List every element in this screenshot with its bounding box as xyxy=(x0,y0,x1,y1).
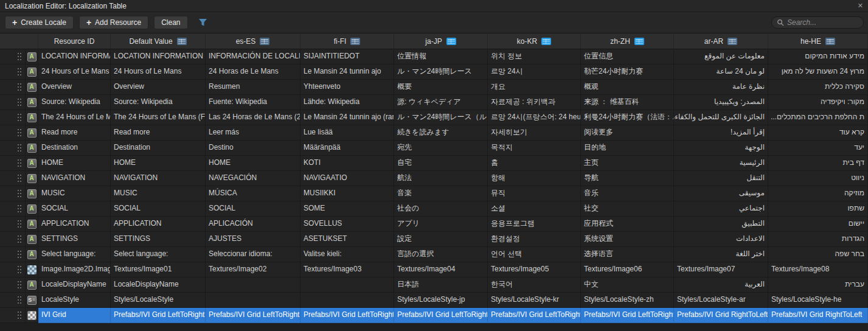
cell-fi-FI[interactable]: Määränpää xyxy=(300,141,394,156)
cell-ko-KR[interactable]: 환경설정 xyxy=(488,232,581,247)
cell-default-value[interactable]: LocaleDisplayName xyxy=(111,277,206,293)
cell-default-value[interactable]: Read more xyxy=(111,125,206,141)
column-header-fi-FI[interactable]: fi-FI xyxy=(300,33,394,49)
cell-default-value[interactable]: NAVIGATION xyxy=(111,171,206,186)
cell-he-HE[interactable]: יישום xyxy=(768,217,868,232)
add-resource-button[interactable]: + Add Resource xyxy=(79,16,148,29)
cell-ja-JP[interactable]: 自宅 xyxy=(394,156,488,171)
cell-default-value[interactable]: Styles/LocaleStyle xyxy=(111,293,206,308)
cell-ar-AR[interactable]: اجتماعي xyxy=(674,201,768,217)
cell-ko-KR[interactable]: 위치 정보 xyxy=(488,49,581,64)
cell-resource-id[interactable]: HOME xyxy=(38,156,111,171)
cell-ko-KR[interactable]: Textures/Image05 xyxy=(488,262,581,277)
cell-fi-FI[interactable]: Le Mansin 24 tunnin ajo xyxy=(300,64,394,80)
drag-handle[interactable] xyxy=(0,247,26,262)
cell-fi-FI[interactable]: Prefabs/IVI Grid LeftToRight xyxy=(300,308,394,323)
column-header-zh-ZH[interactable]: zh-ZH xyxy=(581,33,674,49)
cell-ja-JP[interactable]: 音楽 xyxy=(394,186,488,201)
cell-ja-JP[interactable]: 宛先 xyxy=(394,141,488,156)
cell-resource-id[interactable]: APPLICATION xyxy=(38,217,111,232)
cell-zh-ZH[interactable]: 利曼24小时耐力赛（法语：... xyxy=(581,110,674,125)
cell-ko-KR[interactable]: Styles/LocaleStyle-kr xyxy=(488,293,581,308)
table-row[interactable]: A24 Hours of Le Mans24 Hours of Le Mans2… xyxy=(0,64,868,80)
cell-es-ES[interactable]: Textures/Image02 xyxy=(206,262,300,277)
cell-default-value[interactable]: Select language: xyxy=(111,247,206,262)
drag-handle[interactable] xyxy=(0,125,26,141)
cell-es-ES[interactable]: HOME xyxy=(206,156,300,171)
column-header-resource-id[interactable]: Resource ID xyxy=(38,33,111,49)
cell-es-ES[interactable]: Prefabs/IVI Grid LeftToRight xyxy=(206,308,300,323)
cell-resource-id[interactable]: LocaleStyle xyxy=(38,293,111,308)
cell-fi-FI[interactable]: Textures/Image03 xyxy=(300,262,394,277)
cell-ar-AR[interactable]: اختر اللغة xyxy=(674,247,768,262)
cell-ko-KR[interactable]: 소셜 xyxy=(488,201,581,217)
drag-handle[interactable] xyxy=(0,293,26,308)
table-row[interactable]: ASOCIALSOCIALSOCIALSOME社会の소셜社交اجتماعيשתפ… xyxy=(0,201,868,217)
cell-he-HE[interactable]: מקור: ויקיפדיה xyxy=(768,95,868,110)
cell-ko-KR[interactable]: 개요 xyxy=(488,80,581,95)
cell-es-ES[interactable]: Seleccionar idioma: xyxy=(206,247,300,262)
cell-fi-FI[interactable]: NAVIGAATIO xyxy=(300,171,394,186)
cell-he-HE[interactable]: Styles/LocaleStyle-he xyxy=(768,293,868,308)
cell-es-ES[interactable]: MÚSICA xyxy=(206,186,300,201)
cell-ja-JP[interactable]: 位置情報 xyxy=(394,49,488,64)
cell-ja-JP[interactable]: ル・マン24時間レース xyxy=(394,64,488,80)
cell-zh-ZH[interactable]: 导航 xyxy=(581,171,674,186)
cell-ja-JP[interactable]: 源: ウィキペディア xyxy=(394,95,488,110)
cell-resource-id[interactable]: IVI Grid xyxy=(38,308,111,323)
cell-zh-ZH[interactable]: Prefabs/IVI Grid LeftToRight xyxy=(581,308,674,323)
table-row[interactable]: AOverviewOverviewResumenYhteenveto概要개요概观… xyxy=(0,80,868,95)
cell-default-value[interactable]: 24 Hours of Le Mans xyxy=(111,64,206,80)
cell-ar-AR[interactable]: Prefabs/IVI Grid RightToLeft xyxy=(674,308,768,323)
cell-fi-FI[interactable]: Yhteenveto xyxy=(300,80,394,95)
cell-zh-ZH[interactable]: 系统设置 xyxy=(581,232,674,247)
cell-default-value[interactable]: Source: Wikipedia xyxy=(111,95,206,110)
cell-es-ES[interactable]: Destino xyxy=(206,141,300,156)
cell-resource-id[interactable]: The 24 Hours of Le Mans xyxy=(38,110,111,125)
cell-ja-JP[interactable]: 設定 xyxy=(394,232,488,247)
drag-handle[interactable] xyxy=(0,217,26,232)
cell-resource-id[interactable]: 24 Hours of Le Mans xyxy=(38,64,111,80)
cell-ar-AR[interactable]: الوجهة xyxy=(674,141,768,156)
drag-handle[interactable] xyxy=(0,141,26,156)
drag-handle[interactable] xyxy=(0,110,26,125)
cell-ja-JP[interactable]: 社会の xyxy=(394,201,488,217)
cell-ko-KR[interactable]: 한국어 xyxy=(488,277,581,293)
cell-es-ES[interactable]: 24 Horas de Le Mans xyxy=(206,64,300,80)
cell-es-ES[interactable]: Las 24 Horas de Le Mans (24... xyxy=(206,110,300,125)
cell-ko-KR[interactable]: 항해 xyxy=(488,171,581,186)
cell-fi-FI[interactable]: SIJAINTITIEDOT xyxy=(300,49,394,64)
column-header-es-ES[interactable]: es-ES xyxy=(206,33,300,49)
cell-fi-FI[interactable]: Lue lisää xyxy=(300,125,394,141)
column-header-he-HE[interactable]: he-HE xyxy=(768,33,868,49)
cell-he-HE[interactable]: מוזיקה xyxy=(768,186,868,201)
cell-ja-JP[interactable]: 日本語 xyxy=(394,277,488,293)
cell-fi-FI[interactable]: Le Mansin 24 tunnin ajo (ran... xyxy=(300,110,394,125)
cell-es-ES[interactable]: Fuente: Wikipedia xyxy=(206,95,300,110)
drag-handle[interactable] xyxy=(0,277,26,293)
cell-fi-FI[interactable]: Valitse kieli: xyxy=(300,247,394,262)
table-row[interactable]: ASETTINGSSETTINGSAJUSTESASETUKSET設定환경설정系… xyxy=(0,232,868,247)
cell-zh-ZH[interactable]: 目的地 xyxy=(581,141,674,156)
cell-fi-FI[interactable]: SOVELLUS xyxy=(300,217,394,232)
cell-ar-AR[interactable]: معلومات عن الموقع xyxy=(674,49,768,64)
cell-resource-id[interactable]: Image.Image2D.Image01 xyxy=(38,262,111,277)
cell-ar-AR[interactable]: التطبيق xyxy=(674,217,768,232)
cell-zh-ZH[interactable]: 来源 ： 维基百科 xyxy=(581,95,674,110)
cell-es-ES[interactable]: Resumen xyxy=(206,80,300,95)
cell-zh-ZH[interactable]: 音乐 xyxy=(581,186,674,201)
drag-handle[interactable] xyxy=(0,156,26,171)
table-row[interactable]: ANAVIGATIONNAVIGATIONNAVEGACIÓNNAVIGAATI… xyxy=(0,171,868,186)
cell-ko-KR[interactable]: 뮤직 xyxy=(488,186,581,201)
cell-ja-JP[interactable]: Styles/LocaleStyle-jp xyxy=(394,293,488,308)
cell-he-HE[interactable]: מידע אודות המיקום xyxy=(768,49,868,64)
drag-handle[interactable] xyxy=(0,95,26,110)
cell-ko-KR[interactable]: 응용프로그램 xyxy=(488,217,581,232)
cell-fi-FI[interactable] xyxy=(300,277,394,293)
drag-handle[interactable] xyxy=(0,262,26,277)
cell-ar-AR[interactable]: إقرأ المزيد! xyxy=(674,125,768,141)
cell-ar-AR[interactable]: التنقل xyxy=(674,171,768,186)
table-row[interactable]: AMUSICMUSICMÚSICAMUSIIKKI音楽뮤직音乐موسيقىמוז… xyxy=(0,186,868,201)
cell-he-HE[interactable]: דף בית xyxy=(768,156,868,171)
cell-resource-id[interactable]: NAVIGATION xyxy=(38,171,111,186)
